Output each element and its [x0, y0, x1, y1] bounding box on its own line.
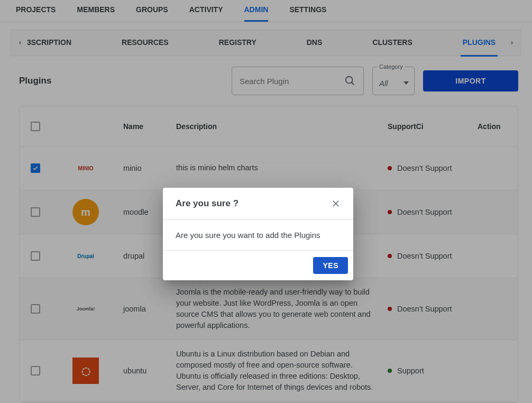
dialog-body: Are you sure you want to add the Plugins — [163, 220, 353, 251]
close-icon — [331, 199, 341, 208]
dialog-yes-button[interactable]: YES — [313, 257, 348, 274]
dialog-title: Are you sure ? — [176, 198, 239, 209]
confirm-dialog: Are you sure ? Are you sure you want to … — [163, 188, 353, 280]
dialog-close-button[interactable] — [331, 199, 341, 208]
